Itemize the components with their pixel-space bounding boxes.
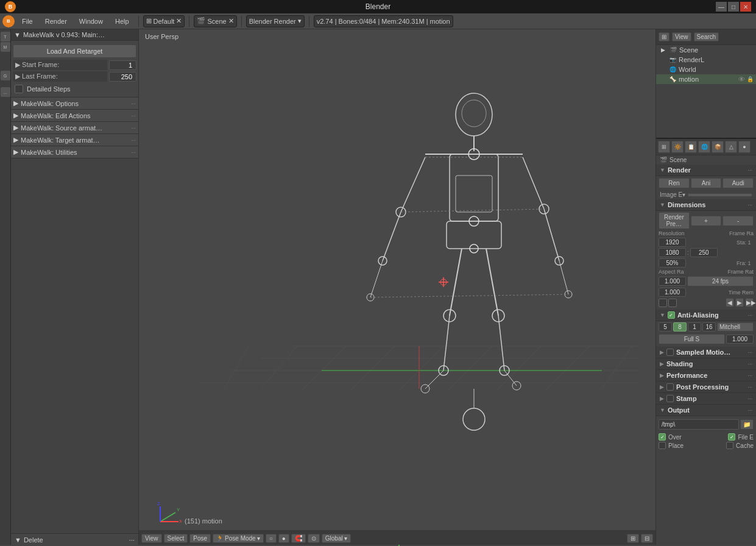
ani-btn[interactable]: Ani [691, 178, 722, 188]
res-x-field[interactable]: 1920 [659, 238, 686, 247]
tree-item-renderl[interactable]: 📷 RenderL [656, 55, 756, 65]
fra-250-field[interactable]: 250 [690, 248, 718, 257]
shading-section-header[interactable]: ▶ Shading ··· [656, 358, 756, 370]
outliner-icon-btn[interactable]: ⊞ [659, 32, 669, 41]
display-value-btn[interactable] [688, 193, 752, 197]
target-armature-section[interactable]: ▶ MakeWalk: Target armat… ··· [11, 134, 138, 146]
sampled-section-header[interactable]: ▶ Sampled Motio… ··· [656, 347, 756, 358]
source-armature-section[interactable]: ▶ MakeWalk: Source armat… ··· [11, 122, 138, 134]
start-frame-value[interactable]: 1 [109, 60, 136, 70]
stamp-section-header[interactable]: ▶ Stamp ··· [656, 393, 756, 405]
utilities-section[interactable]: ▶ MakeWalk: Utilities ··· [11, 146, 138, 158]
play-btn[interactable]: ▶ [735, 298, 744, 307]
audio-btn[interactable]: Audi [722, 178, 754, 188]
prop-icon-world[interactable]: 🌐 [698, 141, 710, 153]
viewport-view-btn[interactable]: View [141, 534, 162, 543]
output-browse-btn[interactable]: 📁 [740, 419, 754, 430]
preset-remove-btn[interactable]: - [722, 216, 754, 226]
detailed-steps-checkbox[interactable] [15, 85, 23, 93]
viewport[interactable]: User Persp [139, 29, 655, 546]
prop-icon-mesh[interactable]: △ [725, 141, 737, 153]
tool-icon-misc[interactable]: ... [1, 87, 10, 97]
play-fwd-btn[interactable]: ▶▶ [745, 298, 754, 307]
close-button[interactable]: ✕ [740, 2, 751, 12]
tool-icon-2[interactable]: M [1, 42, 10, 52]
fps-btn[interactable]: 24 fps [687, 276, 754, 286]
menu-window[interactable]: Window [74, 16, 108, 26]
view-button[interactable]: View [672, 32, 691, 41]
filee-checkbox[interactable] [728, 433, 735, 441]
output-path-field[interactable]: /tmp\ [659, 419, 739, 430]
post-checkbox[interactable] [666, 383, 674, 391]
tree-item-scene[interactable]: ▶ 🎬 Scene [656, 45, 756, 55]
viewport-pose-btn[interactable]: Pose [189, 534, 211, 543]
render-preset-btn[interactable]: Render Pre… [659, 212, 690, 229]
last-frame-value[interactable]: 250 [109, 72, 136, 82]
options-arrow: ▶ [13, 99, 18, 107]
dim-checkbox-1[interactable] [659, 299, 667, 307]
tree-item-motion[interactable]: 🦴 motion 👁 🔒 [656, 74, 756, 84]
prop-icon-render[interactable]: 🔆 [671, 141, 684, 153]
over-checkbox[interactable] [659, 433, 666, 441]
output-dots: ··· [747, 407, 752, 413]
menu-render[interactable]: Render [40, 16, 72, 26]
menu-file[interactable]: File [17, 16, 38, 26]
play-back-btn[interactable]: ◀ [726, 298, 734, 307]
cache-checkbox[interactable] [726, 442, 733, 449]
dimensions-section-header[interactable]: ▼ Dimensions ··· [656, 199, 756, 211]
asp-y-field[interactable]: 1.000 [659, 288, 686, 297]
render-btn[interactable]: Ren [659, 178, 690, 188]
minimize-button[interactable]: — [716, 2, 727, 12]
render-section-header[interactable]: ▼ Render ··· [656, 165, 756, 176]
prop-icon-layers[interactable]: 📋 [685, 141, 697, 153]
global-dropdown[interactable]: Global ▾ [322, 534, 351, 543]
pose-mode-dropdown[interactable]: 🏃 Pose Mode ▾ [213, 534, 264, 543]
prop-icon-material[interactable]: ● [738, 141, 751, 153]
res-y-field[interactable]: 1080 [659, 248, 686, 257]
preset-add-btn[interactable]: + [691, 216, 722, 226]
post-processing-section-header[interactable]: ▶ Post Processing ··· [656, 381, 756, 393]
aa-val-4[interactable]: 16 [702, 322, 716, 332]
viewport-select-btn[interactable]: Select [164, 534, 188, 543]
options-section[interactable]: ▶ MakeWalk: Options ··· [11, 98, 138, 110]
asp-x-field[interactable]: 1.000 [659, 277, 686, 286]
view-icon-2[interactable]: ⊟ [641, 534, 653, 543]
prop-icon-obj[interactable]: 📦 [712, 141, 724, 153]
output-section-header[interactable]: ▼ Output ··· [656, 405, 756, 416]
pivot-btn[interactable]: ○ [266, 534, 277, 543]
tree-item-world[interactable]: 🌐 World [656, 65, 756, 74]
full-val-field[interactable]: 1.000 [726, 335, 754, 344]
full-s-btn[interactable]: Full S [659, 334, 725, 344]
search-button[interactable]: Search [694, 32, 719, 41]
dot-btn[interactable]: ● [278, 534, 289, 543]
scene-selector[interactable]: 🎬 Scene ✕ [194, 15, 236, 27]
svg-line-23 [370, 261, 383, 297]
performance-section-header[interactable]: ▶ Performance ··· [656, 370, 756, 381]
aa-val-3[interactable]: 1 [688, 322, 701, 332]
edit-actions-section[interactable]: ▶ MakeWalk: Edit Actions ··· [11, 110, 138, 122]
aspect-label: Aspect Ra [659, 269, 684, 275]
place-checkbox[interactable] [659, 442, 666, 449]
stamp-checkbox[interactable] [666, 395, 674, 402]
snap-btn[interactable]: 🧲 [291, 534, 306, 543]
prop-icon-scene[interactable]: ⊞ [658, 141, 670, 153]
percent-field[interactable]: 50% [659, 258, 686, 268]
scene-icon: 🎬 [197, 17, 205, 25]
aa-checkbox[interactable] [668, 311, 675, 319]
tool-icon-1[interactable]: T [1, 32, 10, 41]
aa-filter-dropdown[interactable]: Mitchell [717, 322, 754, 332]
aa-val-1[interactable]: 5 [659, 322, 672, 332]
delete-section[interactable]: ▼ Delete ··· [11, 533, 138, 546]
menu-help[interactable]: Help [110, 16, 134, 26]
renderer-selector[interactable]: Blender Render ▾ [246, 15, 305, 27]
layout-selector[interactable]: ⊞ Default ✕ [143, 15, 185, 27]
tool-icon-grease[interactable]: G [1, 71, 10, 80]
aa-val-2[interactable]: 8 [673, 322, 687, 332]
maximize-button[interactable]: □ [728, 2, 739, 12]
view-icon-1[interactable]: ⊞ [627, 534, 639, 543]
sampled-checkbox[interactable] [666, 349, 674, 356]
proportional-btn[interactable]: ⊙ [308, 534, 320, 543]
dim-checkbox-2[interactable] [668, 299, 677, 307]
load-retarget-button[interactable]: Load And Retarget [13, 44, 136, 58]
aa-section-header[interactable]: ▼ Anti-Aliasing ··· [656, 310, 756, 321]
